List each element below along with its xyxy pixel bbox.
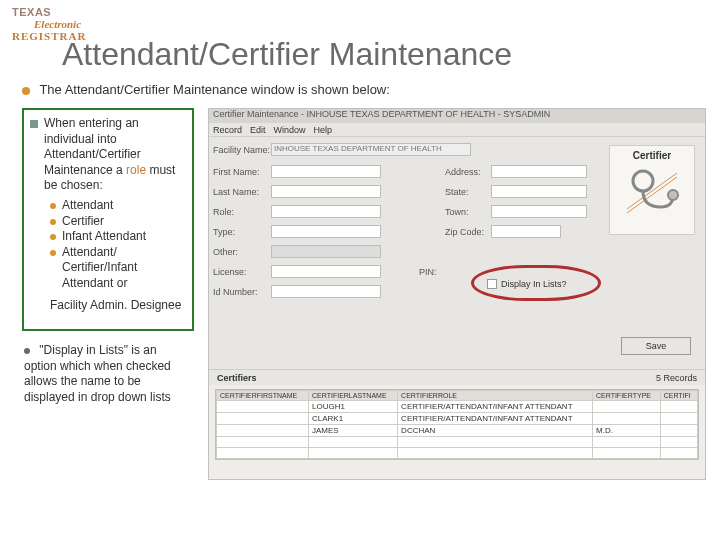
role-bullets: AttendantCertifierInfant AttendantAttend… (50, 198, 186, 292)
menu-help[interactable]: Help (314, 125, 333, 135)
cell (217, 437, 309, 448)
grid-title: Certifiers (217, 373, 257, 383)
cell: JAMES (309, 425, 398, 437)
role-word: role (126, 163, 146, 177)
bullet-icon (24, 348, 30, 354)
label-town: Town: (445, 207, 469, 217)
cell (660, 448, 697, 459)
cell (309, 448, 398, 459)
role-field[interactable] (271, 205, 381, 218)
label-zip: Zip Code: (445, 227, 484, 237)
subtitle-text: The Attendant/Certifier Maintenance wind… (39, 82, 389, 97)
display-in-lists-label: Display In Lists? (501, 279, 567, 289)
page-subtitle: The Attendant/Certifier Maintenance wind… (22, 82, 390, 97)
cell (660, 425, 697, 437)
cell (217, 413, 309, 425)
cell: CLARK1 (309, 413, 398, 425)
cell (660, 437, 697, 448)
cell (593, 437, 661, 448)
town-field[interactable] (491, 205, 587, 218)
table-row[interactable] (217, 437, 698, 448)
display-note: "Display in Lists" is an option which wh… (22, 343, 194, 405)
cell (217, 425, 309, 437)
table-row[interactable]: CLARK1CERTIFIER/ATTENDANT/INFANT ATTENDA… (217, 413, 698, 425)
label-state: State: (445, 187, 469, 197)
last-name-field[interactable] (271, 185, 381, 198)
label-first-name: First Name: (213, 167, 260, 177)
menu-window[interactable]: Window (274, 125, 306, 135)
role-tail: Facility Admin. Designee (50, 298, 186, 314)
label-pin: PIN: (419, 267, 437, 277)
first-name-field[interactable] (271, 165, 381, 178)
label-other: Other: (213, 247, 238, 257)
state-field[interactable] (491, 185, 587, 198)
cell: M.D. (593, 425, 661, 437)
zip-field[interactable] (491, 225, 561, 238)
cell (593, 413, 661, 425)
certifiers-table[interactable]: CERTIFIERFIRSTNAMECERTIFIERLASTNAMECERTI… (215, 389, 699, 460)
form-area: Facility Name: INHOUSE TEXAS DEPARTMENT … (209, 137, 705, 369)
label-facility: Facility Name: (213, 145, 270, 155)
license-field[interactable] (271, 265, 381, 278)
cell: LOUGH1 (309, 401, 398, 413)
cell: CERTIFIER/ATTENDANT/INFANT ATTENDANT (398, 413, 593, 425)
type-field[interactable] (271, 225, 381, 238)
col-header[interactable]: CERTIFIERLASTNAME (309, 391, 398, 401)
display-in-lists-checkbox[interactable]: Display In Lists? (487, 277, 583, 291)
window-title: Certifier Maintenance - INHOUSE TEXAS DE… (209, 107, 554, 121)
cell (593, 401, 661, 413)
role-bullet: Attendant/ Certifier/Infant Attendant or (50, 245, 186, 292)
cell (309, 437, 398, 448)
address-field[interactable] (491, 165, 587, 178)
menu-edit[interactable]: Edit (250, 125, 266, 135)
menu-bar: RecordEditWindowHelp (209, 123, 705, 137)
label-license: License: (213, 267, 247, 277)
col-header[interactable]: CERTIFIERFIRSTNAME (217, 391, 309, 401)
stethoscope-icon (623, 165, 681, 215)
page-title: Attendant/Certifier Maintenance (62, 36, 512, 73)
logo-line-1: TEXAS (12, 6, 86, 18)
col-header[interactable]: CERTIFI (660, 391, 697, 401)
label-type: Type: (213, 227, 235, 237)
cell (660, 401, 697, 413)
record-count: 5 Records (656, 373, 697, 383)
cell (398, 437, 593, 448)
role-bullet: Infant Attendant (50, 229, 186, 245)
id-panel-heading: Certifier (610, 150, 694, 161)
svg-point-0 (633, 171, 653, 191)
cell (398, 448, 593, 459)
id-panel: Certifier (609, 145, 695, 235)
table-row[interactable]: LOUGH1CERTIFIER/ATTENDANT/INFANT ATTENDA… (217, 401, 698, 413)
label-role: Role: (213, 207, 234, 217)
table-row[interactable] (217, 448, 698, 459)
grid-header-bar: Certifiers 5 Records (209, 369, 705, 385)
id-number-field[interactable] (271, 285, 381, 298)
other-field[interactable] (271, 245, 381, 258)
save-button[interactable]: Save (621, 337, 691, 355)
app-window: Certifier Maintenance - INHOUSE TEXAS DE… (208, 108, 706, 480)
cell: DCCHAN (398, 425, 593, 437)
grid-area: CERTIFIERFIRSTNAMECERTIFIERLASTNAMECERTI… (209, 385, 705, 479)
col-header[interactable]: CERTIFIERROLE (398, 391, 593, 401)
cell (593, 448, 661, 459)
col-header[interactable]: CERTIFIERTYPE (593, 391, 661, 401)
cell: CERTIFIER/ATTENDANT/INFANT ATTENDANT (398, 401, 593, 413)
svg-point-1 (668, 190, 678, 200)
menu-record[interactable]: Record (213, 125, 242, 135)
label-id-number: Id Number: (213, 287, 258, 297)
display-note-text: "Display in Lists" is an option which wh… (24, 343, 171, 404)
left-column: When entering an individual into Attenda… (22, 108, 194, 406)
role-instructions-box: When entering an individual into Attenda… (22, 108, 194, 331)
facility-field[interactable]: INHOUSE TEXAS DEPARTMENT OF HEALTH (271, 143, 471, 156)
label-address: Address: (445, 167, 481, 177)
label-last-name: Last Name: (213, 187, 259, 197)
bullet-icon (22, 87, 30, 95)
cell (660, 413, 697, 425)
role-bullet: Attendant (50, 198, 186, 214)
checkbox-icon (487, 279, 497, 289)
table-row[interactable]: JAMESDCCHANM.D. (217, 425, 698, 437)
role-instructions: When entering an individual into Attenda… (30, 116, 186, 313)
logo-line-2: Electronic (34, 18, 86, 30)
cell (217, 401, 309, 413)
role-bullet: Certifier (50, 214, 186, 230)
